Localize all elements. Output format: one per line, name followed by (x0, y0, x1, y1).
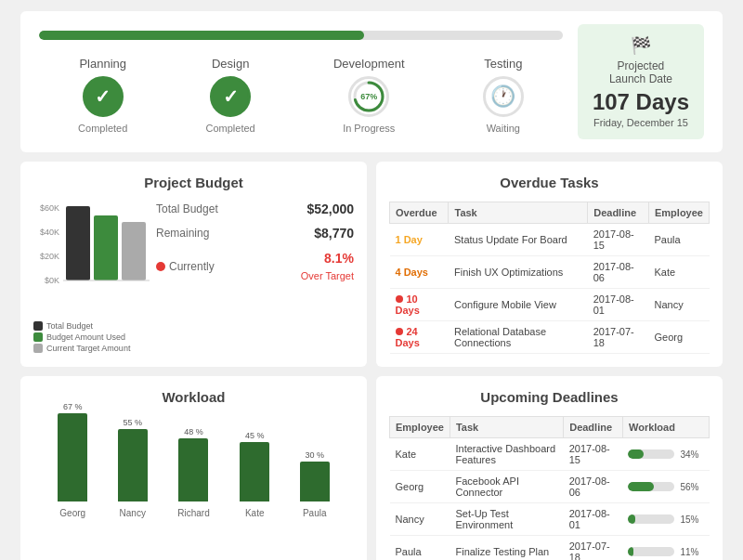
stage-planning-status: Completed (78, 123, 127, 134)
workload-bar-inline: 15% (628, 514, 703, 525)
deadline-task: Finalize Testing Plan (450, 536, 563, 561)
total-value: $52,000 (306, 202, 354, 216)
deadline-workload: 11% (622, 536, 709, 561)
deadline-task: Facebook API Connector (450, 471, 563, 503)
deadlines-col-workload: Workload (622, 417, 709, 438)
overdue-tbody: 1 DayStatus Update For Board2017-08-15Pa… (390, 224, 710, 354)
budget-stats: Total Budget $52,000 Remaining $8,770 Cu… (156, 202, 354, 293)
legend-target-label: Current Target Amount (46, 344, 130, 353)
deadline-workload: 56% (622, 471, 709, 503)
deadline-date: 2017-07-18 (564, 536, 623, 561)
overdue-task-cell: Finish UX Optimizations (449, 256, 588, 289)
workload-bar (300, 462, 330, 501)
workload-card: Workload 67 %Georg55 %Nancy48 %Richard45… (20, 376, 367, 560)
bar-fill (628, 547, 633, 556)
workload-bar-inline: 34% (628, 449, 703, 460)
overdue-employee-cell: Nancy (649, 289, 710, 321)
deadline-row: NancySet-Up Test Environment2017-08-0115… (390, 503, 710, 536)
stage-testing: Testing 🕐 Waiting (483, 57, 524, 134)
checkmark-icon: ✓ (95, 85, 111, 108)
overdue-row: 4 DaysFinish UX Optimizations2017-08-06K… (390, 256, 710, 289)
workload-pct: 67 % (63, 402, 83, 411)
svg-rect-7 (94, 215, 118, 280)
bar-track (628, 514, 674, 524)
workload-label: Nancy (120, 508, 146, 518)
stage-testing-icon: 🕐 (483, 76, 524, 117)
budget-card: Project Budget $60K $40K $20K $0K (20, 162, 367, 367)
legend-target: Current Target Amount (33, 344, 145, 353)
overdue-task-cell: Relational Database Connections (449, 321, 588, 354)
stat-total: Total Budget $52,000 (156, 202, 354, 216)
workload-bar (178, 438, 208, 501)
overdue-col-task: Task (449, 202, 588, 224)
overdue-days: 4 Days (396, 267, 428, 278)
bar-fill (628, 449, 644, 459)
red-dot-icon (156, 262, 165, 271)
workload-label: Richard (177, 508, 209, 518)
workload-pct-label: 34% (680, 449, 703, 460)
workload-bar (118, 429, 148, 501)
budget-legend: Total Budget Budget Amount Used Current … (33, 321, 145, 353)
overdue-days: 1 Day (396, 234, 423, 245)
red-circle-icon (396, 295, 403, 303)
checkmark-icon-2: ✓ (223, 85, 239, 108)
overdue-card: Overdue Tasks Overdue Task Deadline Empl… (376, 162, 723, 367)
flag-icon: 🏁 (593, 35, 689, 56)
stage-design-status: Completed (206, 123, 255, 134)
workload-label: Georg (59, 508, 85, 518)
overdue-row: 1 DayStatus Update For Board2017-08-15Pa… (390, 224, 710, 256)
workload-bar (58, 413, 87, 501)
deadlines-col-task: Task (450, 417, 563, 438)
budget-svg: $60K $40K $20K $0K (33, 202, 154, 308)
workload-pct: 55 % (123, 418, 142, 427)
workload-bar-wrap: 67 % (58, 402, 87, 501)
launch-days: 107 Days (593, 89, 689, 115)
overdue-table: Overdue Task Deadline Employee 1 DayStat… (389, 202, 710, 354)
overdue-title: Overdue Tasks (389, 175, 710, 190)
svg-rect-8 (122, 222, 146, 280)
bar-fill (628, 514, 635, 524)
dev-progress-circle: 67% (351, 79, 386, 114)
stage-planning-title: Planning (79, 57, 126, 71)
budget-content: $60K $40K $20K $0K Tot (33, 202, 354, 304)
workload-pct-label: 15% (680, 514, 703, 525)
deadline-employee: Nancy (390, 503, 450, 536)
overdue-days-cell: 24 Days (390, 321, 449, 354)
workload-pct-label: 11% (680, 547, 703, 557)
stage-dev-icon: 67% (348, 76, 389, 117)
workload-bar-group: 30 %Paula (300, 450, 330, 518)
remaining-value: $8,770 (314, 226, 354, 241)
deadlines-card: Upcoming Deadlines Employee Task Deadlin… (376, 376, 723, 560)
legend-used-dot (33, 332, 43, 342)
overdue-deadline-cell: 2017-08-01 (588, 289, 649, 321)
stage-design: Design ✓ Completed (206, 57, 255, 134)
deadlines-col-deadline: Deadline (564, 417, 623, 438)
svg-rect-6 (66, 206, 90, 280)
overdue-deadline-cell: 2017-07-18 (588, 321, 649, 354)
stage-design-icon: ✓ (210, 76, 251, 117)
main-grid: Project Budget $60K $40K $20K $0K (20, 162, 723, 560)
deadline-row: GeorgFacebook API Connector2017-08-0656% (390, 471, 710, 503)
legend-total-label: Total Budget (46, 321, 93, 331)
overdue-col-employee: Employee (649, 202, 710, 224)
deadline-task: Interactive Dashboard Features (450, 438, 563, 471)
legend-total-dot (33, 321, 43, 331)
stat-remaining: Remaining $8,770 (156, 226, 354, 241)
svg-text:$40K: $40K (40, 228, 59, 237)
overdue-task-cell: Configure Mobile View (449, 289, 588, 321)
deadline-employee: Paula (390, 536, 450, 561)
stat-currently: Currently 8.1% Over Target (156, 250, 354, 283)
overdue-deadline-cell: 2017-08-15 (588, 224, 649, 256)
deadline-row: KateInteractive Dashboard Features2017-0… (390, 438, 710, 471)
launch-title: ProjectedLaunch Date (593, 59, 689, 85)
workload-bar-group: 55 %Nancy (118, 418, 148, 518)
overdue-row: 10 DaysConfigure Mobile View2017-08-01Na… (390, 289, 710, 321)
overdue-col-overdue: Overdue (390, 202, 449, 224)
workload-chart: 67 %Georg55 %Nancy48 %Richard45 %Kate30 … (33, 416, 354, 518)
budget-title: Project Budget (33, 175, 354, 190)
workload-bar-wrap: 45 % (240, 431, 269, 501)
overdue-task-cell: Status Update For Board (449, 224, 588, 256)
deadline-date: 2017-08-06 (564, 471, 623, 503)
overdue-employee-cell: Paula (649, 224, 710, 256)
workload-bar-group: 45 %Kate (240, 431, 269, 518)
